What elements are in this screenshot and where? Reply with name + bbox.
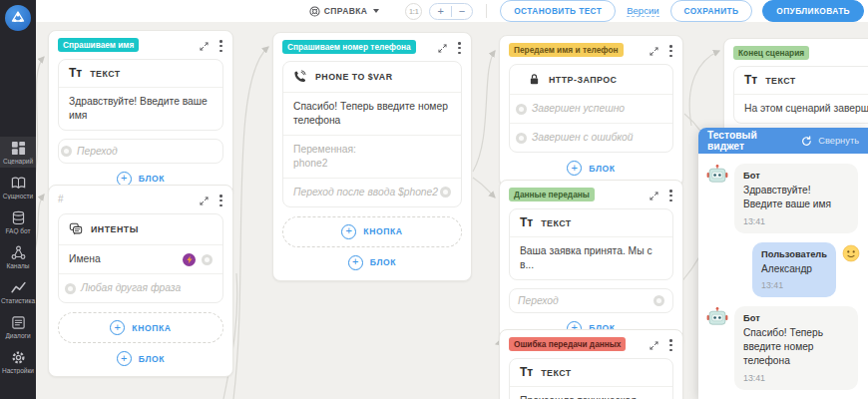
transition-placeholder: Переход	[518, 295, 559, 306]
zoom-out-button[interactable]: −	[451, 6, 472, 17]
kebab-menu-icon[interactable]	[668, 44, 673, 58]
zoom-reset-button[interactable]: 1:1	[405, 3, 422, 20]
transition-port[interactable]	[65, 283, 76, 294]
transition-input[interactable]: Переход	[509, 288, 673, 313]
block-title-tag[interactable]: Передаем имя и телефон	[509, 43, 624, 57]
test-widget-header[interactable]: Тестовый виджет Свернуть	[698, 128, 868, 154]
message-time: 13:41	[743, 216, 849, 226]
plus-icon	[567, 161, 582, 176]
block-data-sent[interactable]: Данные переданы ТтТЕКСТ Ваша заявка прин…	[499, 180, 683, 347]
transition-row[interactable]: Переход после ввода $phone2	[283, 178, 461, 206]
versions-link[interactable]: Версии	[627, 5, 658, 17]
expand-icon[interactable]	[199, 196, 210, 206]
faq-database-icon	[11, 210, 26, 225]
chat-log[interactable]: Бот Здравствуйте! Введите ваше имя 13:41…	[698, 154, 868, 399]
sidebar-item-channels[interactable]: Каналы	[0, 241, 36, 272]
block-title-tag[interactable]: Спрашиваем имя	[58, 38, 139, 52]
sidebar-item-settings[interactable]: Настройки	[0, 346, 36, 377]
kebab-menu-icon[interactable]	[218, 39, 223, 53]
message-text[interactable]: Здравствуйте! Введите ваше имя	[59, 87, 222, 130]
transition-input[interactable]: Переход	[58, 139, 223, 164]
block-title-placeholder[interactable]: #	[58, 193, 64, 204]
add-button-button[interactable]: КНОПКА	[282, 216, 462, 247]
block-ask-phone[interactable]: Спрашиваем номер телефона PHONE TO $VAR …	[272, 32, 472, 281]
aimylogic-logo-icon	[10, 10, 26, 26]
bot-message: Бот Спасибо! Теперь введите номер телефо…	[706, 306, 860, 389]
sidebar-item-dialogs[interactable]: Диалоги	[0, 311, 36, 342]
widget-title: Тестовый виджет	[707, 130, 795, 152]
transition-port[interactable]	[516, 104, 527, 115]
zoom-in-button[interactable]: +	[430, 6, 450, 17]
transition-port[interactable]	[516, 133, 527, 144]
kebab-menu-icon[interactable]	[457, 41, 462, 55]
message-text[interactable]: Произошла техническая ошибк...	[510, 386, 672, 399]
stop-test-button[interactable]: ОСТАНОВИТЬ ТЕСТ	[500, 0, 616, 22]
help-label: СПРАВКА	[324, 6, 368, 16]
intent-row[interactable]: Имена	[59, 244, 222, 273]
publish-button[interactable]: ОПУБЛИКОВАТЬ	[762, 0, 864, 22]
block-intents[interactable]: # ИНТЕНТЫ Имена Любая другая фраза	[48, 185, 233, 377]
test-widget: Тестовый виджет Свернуть Бот Здравствуйт…	[698, 128, 868, 399]
plus-icon	[110, 320, 125, 335]
fallback-row[interactable]: Любая другая фраза	[59, 273, 222, 302]
kebab-menu-icon[interactable]	[668, 338, 673, 352]
block-title-tag[interactable]: Ошибка передачи данных	[509, 337, 626, 351]
block-ask-name[interactable]: Спрашиваем имя ТтТЕКСТ Здравствуйте! Вве…	[48, 30, 233, 198]
collapse-widget-link[interactable]: Свернуть	[818, 136, 859, 146]
transition-port[interactable]	[440, 187, 451, 198]
add-block-button[interactable]: БЛОК	[58, 343, 223, 368]
result-success-label: Завершен успешно	[532, 102, 625, 116]
transition-port[interactable]	[653, 295, 664, 306]
expand-icon[interactable]	[649, 191, 659, 201]
kebab-menu-icon[interactable]	[668, 189, 673, 202]
sidebar-item-label: Настройки	[2, 367, 34, 374]
sidebar: Сценарий Сущности FAQ бот Каналы Статист…	[0, 0, 36, 399]
add-block-button[interactable]: БЛОК	[509, 153, 673, 178]
sidebar-item-faq-bot[interactable]: FAQ бот	[0, 206, 36, 237]
expand-icon[interactable]	[649, 340, 659, 351]
expand-icon[interactable]	[437, 43, 448, 54]
dialogs-doc-icon	[11, 315, 26, 330]
variable-field[interactable]: Переменная: phone2	[283, 135, 461, 178]
save-button[interactable]: СОХРАНИТЬ	[670, 0, 753, 22]
card-type-label: ТЕКСТ	[541, 218, 572, 228]
block-send-error[interactable]: Ошибка передачи данных ТтТЕКСТ Произошла…	[499, 329, 683, 399]
sidebar-item-label: Диалоги	[5, 332, 30, 339]
variable-label: Переменная:	[293, 143, 451, 157]
refresh-icon[interactable]	[801, 136, 812, 147]
transition-port[interactable]	[202, 254, 213, 265]
expand-icon[interactable]	[199, 41, 210, 52]
message-text: Александр	[761, 262, 827, 276]
sidebar-item-statistics[interactable]: Статистика	[0, 276, 36, 307]
sidebar-item-label: Статистика	[1, 297, 35, 304]
block-title-tag[interactable]: Конец сценария	[733, 46, 809, 60]
block-title-tag[interactable]: Спрашиваем номер телефона	[282, 40, 416, 54]
bot-avatar-icon	[706, 306, 728, 328]
add-block-button[interactable]: БЛОК	[282, 247, 462, 272]
sidebar-item-entities[interactable]: Сущности	[0, 172, 36, 202]
message-text[interactable]: Ваша заявка принята. Мы с в...	[510, 236, 672, 279]
plus-icon	[117, 351, 132, 366]
flow-canvas[interactable]: Спрашиваем имя ТтТЕКСТ Здравствуйте! Вве…	[36, 22, 868, 399]
block-http-request[interactable]: Передаем имя и телефон HTTP-ЗАПРОС Завер…	[499, 35, 683, 187]
channels-nodes-icon	[11, 245, 26, 260]
result-error-row[interactable]: Завершен с ошибкой	[510, 123, 672, 152]
result-success-row[interactable]: Завершен успешно	[510, 94, 672, 123]
app-logo[interactable]	[5, 5, 31, 31]
help-menu[interactable]: СПРАВКА	[309, 6, 380, 17]
kebab-menu-icon[interactable]	[218, 194, 223, 207]
sidebar-item-scenario[interactable]: Сценарий	[0, 137, 36, 168]
phone-icon	[293, 70, 307, 84]
card-type-label: ИНТЕНТЫ	[91, 224, 139, 234]
transition-placeholder: Переход	[77, 146, 118, 157]
transition-port[interactable]	[61, 146, 72, 157]
message-author: Бот	[743, 313, 849, 323]
lock-icon	[528, 73, 541, 86]
add-button-button[interactable]: КНОПКА	[58, 312, 223, 343]
message-text[interactable]: На этом сценарий завершаетс	[734, 94, 868, 123]
block-title-tag[interactable]: Данные переданы	[509, 188, 595, 201]
toolbar-divider	[486, 4, 487, 18]
message-text[interactable]: Спасибо! Теперь введите номер телефона	[283, 92, 461, 135]
card-type-label: ТЕКСТ	[765, 76, 796, 86]
expand-icon[interactable]	[649, 46, 659, 57]
